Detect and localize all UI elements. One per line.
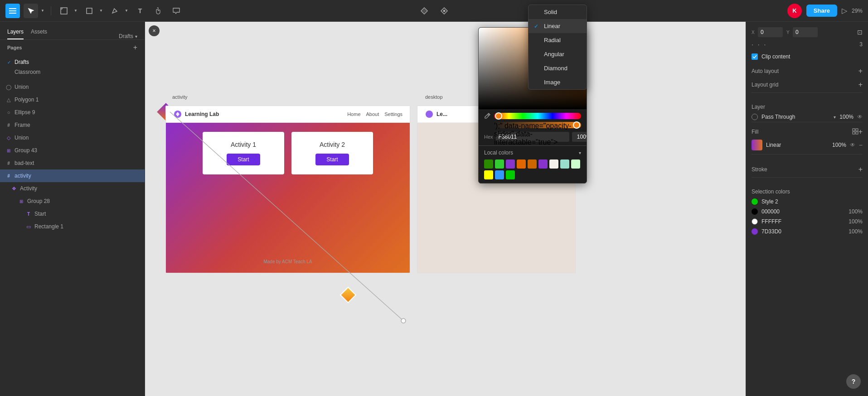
layer-item-union1[interactable]: ◯ Union [0, 81, 145, 93]
swatch-purple2[interactable] [538, 159, 548, 169]
fill-preview-swatch[interactable] [752, 140, 762, 150]
swatch-green[interactable] [495, 159, 504, 169]
canvas-close-button[interactable]: × [149, 25, 160, 36]
swatch-orange[interactable] [517, 159, 526, 169]
frame-tool-dropdown[interactable]: ▼ [73, 4, 78, 18]
fill-remove-icon[interactable]: − [859, 141, 863, 149]
hex-label[interactable]: Hex [484, 134, 493, 140]
layout-grid-section: Layout grid + [752, 81, 863, 89]
color-option-linear[interactable]: ✓ Linear [529, 19, 587, 33]
swatch-green-dark[interactable] [484, 159, 493, 169]
color-option-solid[interactable]: Solid [529, 5, 587, 19]
color-option-diamond[interactable]: Diamond [529, 61, 587, 75]
page-item-classroom[interactable]: Classroom [0, 67, 145, 77]
swatch-blue[interactable] [495, 170, 504, 179]
pen-tool-dropdown[interactable]: ▼ [124, 4, 129, 18]
local-colors-label[interactable]: Local colors [484, 150, 513, 156]
y-input[interactable] [793, 27, 818, 37]
layer-item-activity[interactable]: # activity [0, 169, 145, 182]
fill-visibility-icon[interactable]: 👁 [850, 142, 855, 148]
add-page-button[interactable]: + [133, 43, 137, 52]
shape-tool-dropdown[interactable]: ▼ [98, 4, 104, 18]
swatch-yellow[interactable] [484, 170, 493, 179]
move-tool[interactable] [24, 4, 38, 18]
layer-item-start[interactable]: T Start [0, 208, 145, 220]
text-tool[interactable]: T [133, 4, 147, 18]
layer-item-ellipse9[interactable]: ○ Ellipse 9 [0, 106, 145, 119]
fill-grid-button[interactable] [852, 128, 858, 136]
pages-title: Pages [7, 45, 22, 50]
layer-blend-row: Pass Through ▾ 100% 👁 [752, 114, 863, 120]
color2-value[interactable]: FFFFFF [761, 218, 845, 225]
hand-tool[interactable] [151, 4, 165, 18]
logo-icon [173, 110, 182, 119]
stroke-add-button[interactable]: + [858, 165, 863, 174]
swatch-green3[interactable] [506, 170, 515, 179]
layer-item-frame1[interactable]: # Frame [0, 119, 145, 131]
gradient-handle-orange[interactable] [340, 287, 357, 304]
svg-point-10 [401, 319, 406, 323]
swatch-purple[interactable] [506, 159, 515, 169]
color1-value[interactable]: 000000 [761, 208, 845, 215]
hue-slider[interactable] [494, 113, 581, 119]
help-button[interactable]: ? [846, 374, 861, 389]
hue-handle[interactable] [495, 112, 502, 120]
toolbar: ▼ ▼ ▼ ▼ T [0, 0, 868, 22]
swatch-cream[interactable] [549, 159, 558, 169]
play-button[interactable]: ▷ [842, 6, 847, 15]
layer-item-union2[interactable]: ◇ Union [0, 131, 145, 144]
swatch-light-green[interactable] [571, 159, 580, 169]
tab-assets[interactable]: Assets [31, 29, 47, 39]
swatch-orange-dark[interactable] [528, 159, 537, 169]
component-tool[interactable] [417, 4, 432, 18]
color-option-image[interactable]: Image [529, 75, 587, 89]
opacity-input[interactable] [572, 132, 587, 142]
page-item-drafts[interactable]: ✓ Drafts [0, 57, 145, 67]
activity-cards: Activity 1 Start Activity 2 Start [175, 132, 401, 174]
layer-item-rect1[interactable]: ▭ Rectangle 1 [0, 220, 145, 233]
pen-tool[interactable] [107, 4, 122, 18]
move-tool-dropdown[interactable]: ▼ [40, 4, 45, 18]
layer-item-badtext[interactable]: # bad-text [0, 157, 145, 169]
canvas-area[interactable]: × activity desktop Learning Lab Home Abo… [145, 22, 746, 396]
blend-chevron-icon[interactable]: ▾ [834, 115, 836, 120]
layer-item-group28[interactable]: ⊞ Group 28 [0, 195, 145, 208]
color3-value[interactable]: 7D33D0 [761, 228, 845, 235]
opacity-handle[interactable] [573, 121, 580, 129]
share-button[interactable]: Share [806, 5, 837, 17]
activity-nav: Home About Settings [347, 111, 402, 117]
layout-grid-add-button[interactable]: + [858, 81, 863, 89]
layer-item-polygon1[interactable]: △ Polygon 1 [0, 93, 145, 106]
resize-icon[interactable]: ⊡ [857, 29, 863, 36]
layer-item-group43[interactable]: ⊞ Group 43 [0, 144, 145, 157]
radial-label: Radial [544, 37, 561, 43]
rect-tool[interactable] [82, 4, 97, 18]
activity-card-2: Activity 2 Start [291, 132, 373, 174]
local-colors-chevron-icon[interactable]: ▾ [579, 150, 581, 155]
layer-item-Activity[interactable]: ❖ Activity [0, 182, 145, 195]
frame-tool[interactable] [57, 4, 71, 18]
eyedropper-button[interactable] [484, 113, 490, 121]
color-option-radial[interactable]: Radial [529, 33, 587, 47]
comment-tool[interactable] [169, 4, 184, 18]
x-input[interactable] [758, 27, 783, 37]
plugin-tool[interactable] [437, 4, 451, 18]
menu-button[interactable] [5, 4, 20, 18]
frame-icon: # [5, 123, 12, 128]
style2-value[interactable]: Style 2 [761, 198, 863, 205]
clip-label: Clip content [761, 53, 790, 60]
card2-start-button[interactable]: Start [315, 154, 349, 165]
linear-check-icon: ✓ [534, 23, 540, 29]
card1-start-button[interactable]: Start [227, 154, 260, 165]
tab-layers[interactable]: Layers [7, 29, 24, 39]
drafts-dropdown[interactable]: Drafts ▾ [119, 33, 137, 39]
blend-visibility-icon[interactable]: 👁 [857, 114, 863, 120]
auto-layout-add-button[interactable]: + [858, 67, 863, 75]
clip-checkbox[interactable] [752, 53, 758, 60]
nav-home: Home [347, 111, 360, 117]
activity-component-icon: ❖ [11, 186, 17, 192]
color-option-angular[interactable]: Angular [529, 47, 587, 61]
swatch-teal[interactable] [560, 159, 569, 169]
fill-add-button[interactable]: + [858, 128, 863, 136]
blend-mode-value[interactable]: Pass Through [761, 114, 830, 120]
